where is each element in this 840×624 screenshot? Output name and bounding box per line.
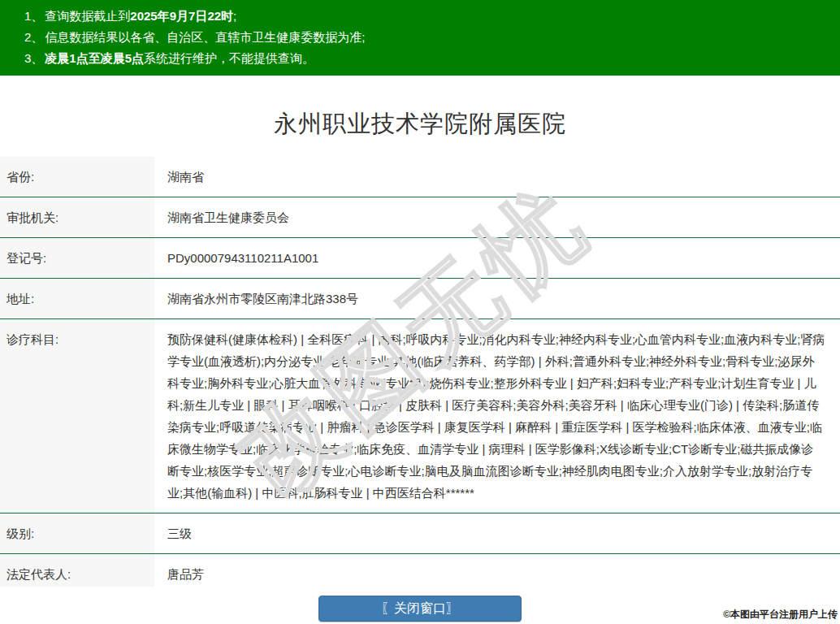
row-label: 级别: — [0, 514, 154, 553]
row-label: 诊疗科目: — [0, 319, 154, 513]
notice-item: 3、凌晨1点至凌晨5点系统进行维护，不能提供查询。 — [24, 48, 832, 69]
notice-number: 2、 — [24, 30, 43, 44]
notice-text: 系统进行维护，不能提供查询。 — [144, 51, 314, 65]
close-window-button[interactable]: 〖关闭窗口〗 — [318, 596, 522, 622]
notice-text: ; — [233, 9, 236, 23]
copyright-note: ©本图由平台注册用户上传 — [723, 608, 838, 622]
row-value: 湖南省永州市零陵区南津北路338号 — [154, 279, 840, 318]
table-row-registration-number: 登记号: PDy00007943110211A1001 — [0, 238, 840, 279]
row-value: 预防保健科(健康体检科) | 全科医疗科 | 内科;呼吸内科专业;消化内科专业;… — [154, 319, 840, 513]
row-value: 三级 — [154, 514, 840, 553]
notice-item: 2、信息数据结果以各省、自治区、直辖市卫生健康委数据为准; — [24, 27, 832, 48]
bottom-bar: 〖关闭窗口〗 ©本图由平台注册用户上传 — [0, 587, 840, 624]
notice-text-bold: 凌晨1点至凌晨5点 — [45, 51, 144, 65]
notice-text-bold: 2025年9月7日22时 — [130, 9, 233, 23]
row-value: 湖南省卫生健康委员会 — [154, 197, 840, 237]
row-label: 登记号: — [0, 238, 154, 278]
row-value: 湖南省 — [154, 157, 840, 197]
notice-item: 1、查询数据截止到2025年9月7日22时; — [24, 6, 832, 27]
table-row-level: 级别: 三级 — [0, 514, 840, 554]
row-label: 审批机关: — [0, 197, 154, 237]
table-row-address: 地址: 湖南省永州市零陵区南津北路338号 — [0, 279, 840, 319]
row-label: 地址: — [0, 279, 154, 318]
table-row-province: 省份: 湖南省 — [0, 157, 840, 197]
row-label: 省份: — [0, 157, 154, 197]
notice-number: 1、 — [24, 9, 43, 23]
page-title: 永州职业技术学院附属医院 — [0, 108, 840, 141]
notice-banner: 1、查询数据截止到2025年9月7日22时; 2、信息数据结果以各省、自治区、直… — [0, 0, 840, 76]
query-result-page: 1、查询数据截止到2025年9月7日22时; 2、信息数据结果以各省、自治区、直… — [0, 0, 840, 624]
notice-text: 查询数据截止到 — [45, 9, 130, 23]
row-value: PDy00007943110211A1001 — [154, 238, 840, 278]
notice-number: 3、 — [24, 51, 43, 65]
notice-text: 信息数据结果以各省、自治区、直辖市卫生健康委数据为准; — [45, 30, 365, 44]
info-table: 省份: 湖南省 审批机关: 湖南省卫生健康委员会 登记号: PDy0000794… — [0, 157, 840, 595]
table-row-approval-authority: 审批机关: 湖南省卫生健康委员会 — [0, 197, 840, 238]
table-row-treatment-subjects: 诊疗科目: 预防保健科(健康体检科) | 全科医疗科 | 内科;呼吸内科专业;消… — [0, 319, 840, 514]
